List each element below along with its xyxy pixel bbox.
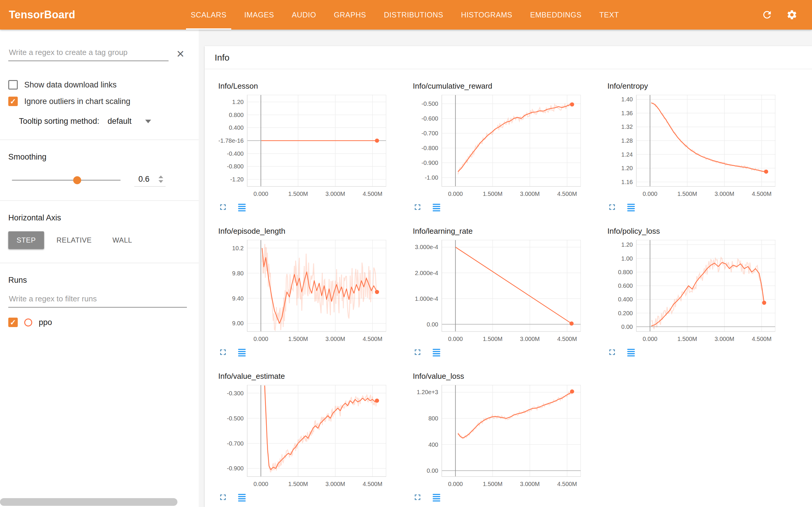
- chart-plot[interactable]: -0.300-0.500-0.700-0.9000.0001.500M3.000…: [215, 385, 386, 489]
- tab-text[interactable]: TEXT: [591, 0, 628, 30]
- spinner-icon[interactable]: [158, 175, 163, 183]
- chart-plot[interactable]: 1.401.361.321.281.241.201.160.0001.500M3…: [604, 95, 775, 199]
- info-section: Info Info/Lesson1.200.8000.400-1.78e-16-…: [205, 46, 812, 507]
- app-header: TensorBoard SCALARS IMAGES AUDIO GRAPHS …: [0, 0, 812, 30]
- svg-text:1.24: 1.24: [621, 151, 633, 158]
- svg-text:1.500M: 1.500M: [288, 481, 308, 487]
- menu-lines-icon[interactable]: [626, 203, 636, 212]
- checkbox-unchecked[interactable]: [8, 80, 18, 90]
- menu-lines-icon[interactable]: [432, 493, 441, 502]
- svg-text:4.500M: 4.500M: [362, 481, 382, 487]
- chart-plot[interactable]: 1.201.000.8000.6000.4000.2000.000.0001.5…: [604, 240, 775, 344]
- run-color-swatch: [24, 319, 32, 327]
- chart-plot[interactable]: 1.20e+38004000.000.0001.500M3.000M4.500M: [409, 385, 581, 489]
- svg-text:4.500M: 4.500M: [752, 190, 771, 197]
- svg-text:3.000e-4: 3.000e-4: [415, 244, 438, 250]
- chart-card: Info/learning_rate3.000e-42.000e-41.000e…: [409, 227, 581, 357]
- svg-text:4.500M: 4.500M: [752, 336, 771, 342]
- svg-text:-0.500: -0.500: [421, 101, 438, 107]
- smoothing-slider[interactable]: [12, 180, 121, 181]
- tab-graphs[interactable]: GRAPHS: [325, 0, 375, 30]
- chart-plot[interactable]: 1.200.8000.400-1.78e-16-0.400-0.800-1.20…: [215, 95, 386, 199]
- gear-icon: [786, 9, 798, 20]
- fullscreen-icon[interactable]: [413, 203, 422, 212]
- run-item-ppo[interactable]: ppo: [8, 318, 187, 327]
- divider: [0, 263, 199, 263]
- menu-lines-icon[interactable]: [432, 203, 441, 212]
- tab-embeddings[interactable]: EMBEDDINGS: [521, 0, 591, 30]
- svg-text:1.500M: 1.500M: [677, 336, 697, 342]
- tooltip-sort-select[interactable]: default: [108, 117, 151, 126]
- tooltip-sort-label: Tooltip sorting method:: [19, 117, 99, 126]
- svg-text:0.200: 0.200: [618, 310, 633, 317]
- svg-text:0.000: 0.000: [253, 481, 268, 487]
- svg-text:-0.700: -0.700: [421, 130, 438, 136]
- chart-toolbar: [218, 347, 386, 357]
- checkbox-checked[interactable]: [8, 97, 18, 106]
- chart-plot[interactable]: 10.29.809.409.000.0001.500M3.000M4.500M: [215, 240, 386, 344]
- chart-plot[interactable]: -0.500-0.600-0.700-0.800-0.900-1.000.000…: [409, 95, 581, 199]
- svg-text:800: 800: [428, 415, 438, 421]
- fullscreen-icon[interactable]: [607, 347, 617, 357]
- svg-text:0.800: 0.800: [229, 112, 244, 118]
- svg-text:1.36: 1.36: [621, 110, 633, 116]
- refresh-button[interactable]: [761, 8, 773, 21]
- tab-audio[interactable]: AUDIO: [283, 0, 325, 30]
- tab-scalars[interactable]: SCALARS: [182, 0, 236, 30]
- tab-distributions[interactable]: DISTRIBUTIONS: [375, 0, 452, 30]
- svg-text:1.32: 1.32: [621, 123, 633, 130]
- chart-title: Info/policy_loss: [607, 227, 775, 236]
- svg-text:4.500M: 4.500M: [362, 190, 382, 197]
- smoothing-slider-thumb[interactable]: [73, 176, 81, 184]
- axis-step-button[interactable]: STEP: [8, 231, 44, 249]
- svg-text:1.500M: 1.500M: [483, 336, 503, 342]
- fullscreen-icon[interactable]: [218, 347, 228, 357]
- svg-text:1.500M: 1.500M: [288, 336, 308, 342]
- chart-title: Info/cumulative_reward: [413, 81, 581, 91]
- chart-title: Info/Lesson: [218, 81, 386, 91]
- fullscreen-icon[interactable]: [218, 493, 228, 502]
- fullscreen-icon[interactable]: [413, 347, 422, 357]
- option-label: Ignore outliers in chart scaling: [24, 97, 131, 106]
- runs-heading: Runs: [8, 276, 187, 285]
- svg-text:-1.20: -1.20: [230, 176, 244, 183]
- chart-card: Info/entropy1.401.361.321.281.241.201.16…: [604, 81, 775, 212]
- axis-wall-button[interactable]: WALL: [104, 231, 141, 249]
- refresh-icon: [761, 9, 773, 20]
- chart-plot[interactable]: 3.000e-42.000e-41.000e-40.000.0001.500M3…: [409, 240, 581, 344]
- tab-bar: SCALARS IMAGES AUDIO GRAPHS DISTRIBUTION…: [182, 0, 628, 30]
- scrollbar-thumb[interactable]: [0, 498, 177, 506]
- settings-button[interactable]: [785, 8, 798, 21]
- svg-text:1.28: 1.28: [621, 137, 633, 144]
- fullscreen-icon[interactable]: [413, 493, 422, 502]
- svg-text:-0.500: -0.500: [227, 415, 244, 421]
- ignore-outliers-option[interactable]: Ignore outliers in chart scaling: [8, 97, 187, 106]
- fullscreen-icon[interactable]: [218, 203, 228, 212]
- tag-group-regex-input[interactable]: [8, 46, 168, 61]
- menu-lines-icon[interactable]: [626, 347, 636, 357]
- chart-card: Info/cumulative_reward-0.500-0.600-0.700…: [409, 81, 581, 212]
- menu-lines-icon[interactable]: [237, 347, 247, 357]
- show-download-links-option[interactable]: Show data download links: [8, 80, 187, 90]
- svg-text:0.00: 0.00: [427, 321, 438, 328]
- svg-text:1.40: 1.40: [621, 96, 633, 103]
- tab-images[interactable]: IMAGES: [236, 0, 283, 30]
- divider: [0, 200, 199, 201]
- axis-relative-button[interactable]: RELATIVE: [48, 231, 100, 249]
- svg-text:-0.700: -0.700: [227, 440, 244, 447]
- svg-text:1.20e+3: 1.20e+3: [417, 389, 438, 395]
- fullscreen-icon[interactable]: [607, 203, 617, 212]
- svg-text:9.40: 9.40: [232, 295, 244, 302]
- run-checkbox[interactable]: [8, 318, 18, 327]
- section-title[interactable]: Info: [205, 46, 812, 69]
- close-icon[interactable]: ×: [174, 48, 187, 60]
- smoothing-value-input[interactable]: 0.6: [134, 173, 166, 187]
- svg-text:3.000M: 3.000M: [715, 336, 734, 342]
- runs-regex-input[interactable]: [8, 292, 187, 307]
- menu-lines-icon[interactable]: [432, 347, 441, 357]
- menu-lines-icon[interactable]: [237, 493, 247, 502]
- svg-text:4.500M: 4.500M: [362, 336, 382, 342]
- menu-lines-icon[interactable]: [237, 203, 247, 212]
- svg-text:3.000M: 3.000M: [520, 481, 540, 487]
- tab-histograms[interactable]: HISTOGRAMS: [452, 0, 521, 30]
